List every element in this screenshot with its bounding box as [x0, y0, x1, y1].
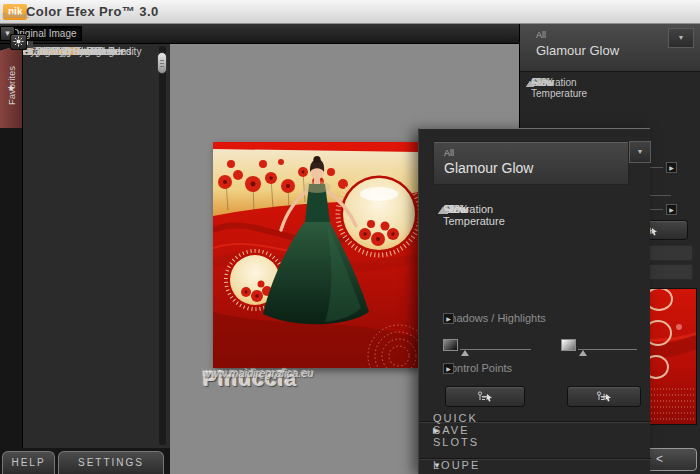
artwork-illustration: [213, 142, 418, 368]
shadows-highlights-expand-icon[interactable]: ▶: [443, 313, 454, 324]
filter-name: Glamour Glow: [444, 160, 533, 176]
slider-thumb[interactable]: [438, 207, 448, 214]
category-tab[interactable]: Favorites ★: [0, 44, 22, 128]
slider-thumb[interactable]: [526, 81, 534, 87]
filter-category: All: [536, 30, 546, 40]
filter-list: ★ Bi-Color Filters ★ Bi-Color User Defin…: [22, 44, 170, 448]
highlights-swatch: [561, 339, 576, 351]
floating-settings-panel: All Glamour Glow ▲ ▼ Glow 45%: [418, 128, 650, 474]
help-button[interactable]: HELP: [2, 451, 55, 474]
filter-settings-header: All Glamour Glow ▲ ▼: [520, 24, 700, 72]
shadows-highlights-label: Shadows / Highlights: [443, 312, 546, 324]
minus-icon: −: [481, 390, 489, 403]
filter-name: Glamour Glow: [536, 43, 619, 58]
quick-save-slots-label: QUICK SAVE SLOTS: [433, 412, 479, 448]
plus-icon: +: [600, 390, 608, 403]
floating-panel-header[interactable]: All Glamour Glow: [433, 141, 629, 185]
remove-control-point-button[interactable]: −: [445, 386, 525, 407]
shadows-highlights-expand-icon[interactable]: ▶: [666, 162, 677, 173]
shadows-slider-track[interactable]: [460, 349, 531, 350]
filter-list-scrollbar-thumb[interactable]: [157, 52, 167, 74]
watermark-site: www.maidiregrafica.eu: [203, 367, 314, 379]
filter-scroll-buttons: ▲ ▼: [629, 141, 651, 185]
shadows-slider-thumb[interactable]: [461, 350, 469, 356]
scroll-down-icon[interactable]: ▼: [629, 141, 651, 163]
highlights-slider-thumb[interactable]: [579, 350, 587, 356]
loupe-back-button[interactable]: <: [646, 448, 697, 471]
scroll-down-icon[interactable]: ▼: [668, 28, 694, 48]
preview-image[interactable]: [213, 142, 418, 368]
filter-list-scrollbar[interactable]: [159, 46, 166, 445]
title-bar: nik Software Color Efex Pro™ 3.0: [0, 0, 700, 24]
add-control-point-button[interactable]: +: [567, 386, 641, 407]
slider-value: +6%: [531, 77, 551, 88]
filter-category: All: [444, 148, 454, 158]
toolbar: Views: Preview: ✓ Modes: Original Image …: [0, 24, 519, 44]
favorites-star-icon: ★: [7, 83, 15, 93]
background-color-tool-icon[interactable]: [10, 34, 27, 50]
shadows-swatch: [443, 339, 458, 351]
loupe-label: LOUPE: [433, 459, 480, 471]
shadows-highlights-sliders: [443, 339, 637, 357]
app-title: Color Efex Pro™ 3.0: [26, 4, 159, 19]
control-points-expand-icon[interactable]: ▶: [666, 204, 677, 215]
settings-button[interactable]: SETTINGS: [58, 451, 164, 474]
filter-scroll-buttons: ▲ ▼: [668, 28, 694, 68]
filter-label: Graduated User Defined: [23, 46, 131, 57]
category-tab-strip: All ★ Traditional ★ Stylizing ★ Landscap…: [0, 44, 22, 448]
control-points-expand-icon[interactable]: ▶: [443, 363, 454, 374]
color-efex-pro-window: Pinuccia www.maidiregrafica.eu nik Softw…: [0, 0, 700, 474]
